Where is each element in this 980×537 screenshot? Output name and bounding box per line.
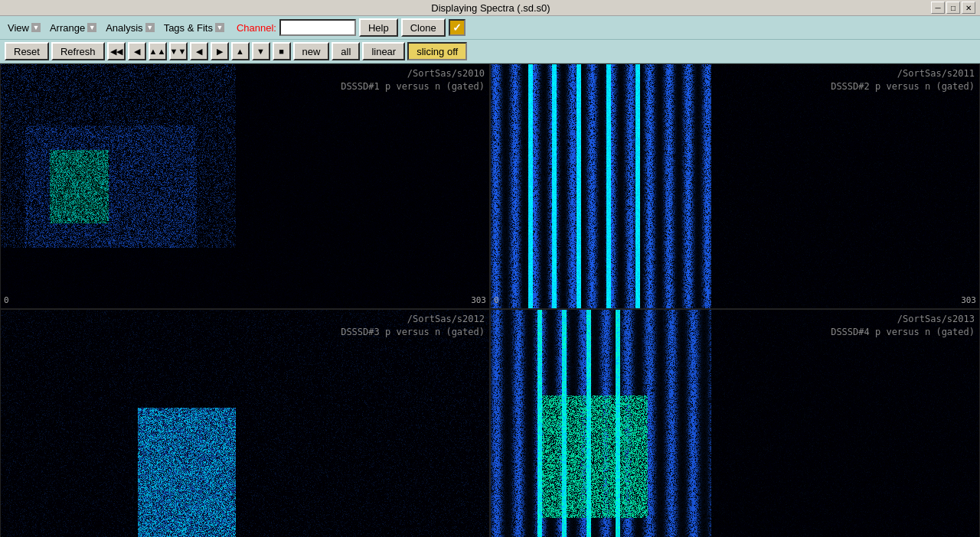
panel2-xmin: 0 <box>494 295 499 305</box>
panel1-xmin: 0 <box>4 295 9 305</box>
main-content: /SortSas/s2010 DSSSD#1 p versus n (gated… <box>0 63 980 537</box>
reset-button[interactable]: Reset <box>5 42 49 60</box>
close-button[interactable]: ✕ <box>962 2 975 14</box>
slicing-button[interactable]: slicing off <box>407 42 467 60</box>
menu-tags-fits[interactable]: Tags & Fits ▼ <box>161 21 227 35</box>
nav-right-button[interactable]: ▶ <box>211 42 229 60</box>
menu-arrange[interactable]: Arrange ▼ <box>47 21 100 35</box>
panel2-xmax: 303 <box>961 295 976 305</box>
nav-up-button[interactable]: ▲▲ <box>149 42 167 60</box>
restore-button[interactable]: □ <box>946 2 960 14</box>
check-button[interactable]: ✓ <box>449 19 466 36</box>
channel-input[interactable] <box>279 19 356 36</box>
spectrum-panel-3[interactable]: /SortSas/s2012 DSSSD#3 p versus n (gated… <box>0 309 490 537</box>
spectrum-canvas-2 <box>491 64 979 308</box>
nav-prev-button[interactable]: ◀ <box>128 42 146 60</box>
spectrum-canvas-1 <box>1 64 489 308</box>
spectrum-canvas-3 <box>1 310 489 537</box>
channel-label: Channel: <box>237 22 276 34</box>
panel1-xmax: 303 <box>471 295 486 305</box>
window-title: Displaying Spectra (.sd.s0) <box>51 2 931 14</box>
help-button[interactable]: Help <box>359 18 398 37</box>
new-button[interactable]: new <box>293 42 330 60</box>
spectrum-canvas-4 <box>491 310 979 537</box>
nav-square-button[interactable]: ■ <box>273 42 291 60</box>
spectrum-panel-1[interactable]: /SortSas/s2010 DSSSD#1 p versus n (gated… <box>0 63 490 309</box>
all-button[interactable]: all <box>332 42 360 60</box>
tags-fits-arrow-icon: ▼ <box>215 23 224 32</box>
menu-analysis[interactable]: Analysis ▼ <box>103 21 157 35</box>
nav-left-button[interactable]: ◀ <box>190 42 208 60</box>
nav-first-button[interactable]: ◀◀ <box>107 42 126 60</box>
title-bar: Displaying Spectra (.sd.s0) ─ □ ✕ <box>0 0 980 16</box>
menu-view[interactable]: View ▼ <box>5 21 44 35</box>
minimize-button[interactable]: ─ <box>931 2 945 14</box>
title-controls: ─ □ ✕ <box>931 2 975 14</box>
nav-down-button[interactable]: ▼▼ <box>169 42 188 60</box>
nav-zoom-up-button[interactable]: ▲ <box>231 42 250 60</box>
arrange-arrow-icon: ▼ <box>87 23 96 32</box>
view-arrow-icon: ▼ <box>31 23 41 32</box>
menu-bar: View ▼ Arrange ▼ Analysis ▼ Tags & Fits … <box>0 16 980 40</box>
clone-button[interactable]: Clone <box>401 18 446 37</box>
toolbar: Reset Refresh ◀◀ ◀ ▲▲ ▼▼ ◀ ▶ ▲ ▼ ■ new a… <box>0 40 980 63</box>
refresh-button[interactable]: Refresh <box>51 42 105 60</box>
spectrum-panel-2[interactable]: /SortSas/s2011 DSSSD#2 p versus n (gated… <box>490 63 980 309</box>
linear-button[interactable]: linear <box>362 42 405 60</box>
nav-zoom-down-button[interactable]: ▼ <box>252 42 270 60</box>
spectrum-panel-4[interactable]: /SortSas/s2013 DSSSD#4 p versus n (gated… <box>490 309 980 537</box>
analysis-arrow-icon: ▼ <box>145 23 155 32</box>
